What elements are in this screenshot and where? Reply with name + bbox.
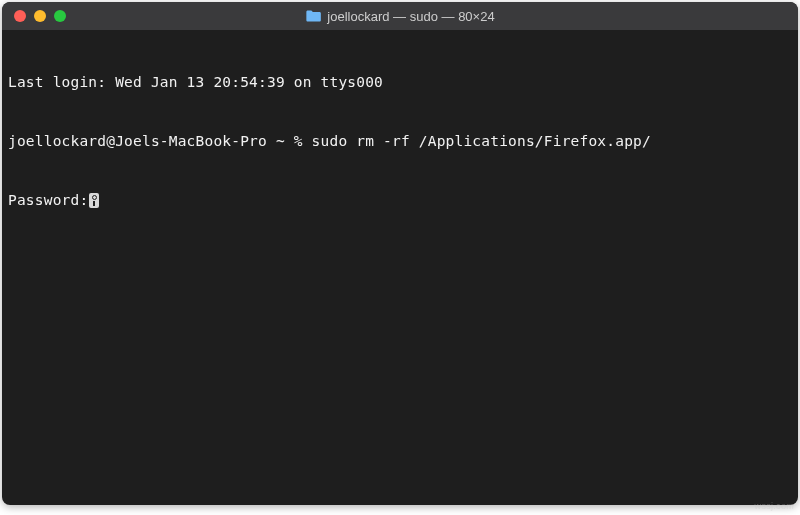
command-prompt-line: joellockard@Joels-MacBook-Pro ~ % sudo r…: [8, 132, 792, 152]
traffic-lights: [2, 10, 66, 22]
window-titlebar[interactable]: joellockard — sudo — 80×24: [2, 2, 798, 30]
maximize-button[interactable]: [54, 10, 66, 22]
folder-icon: [305, 10, 321, 22]
password-prompt-line: Password:: [8, 191, 792, 211]
terminal-content[interactable]: Last login: Wed Jan 13 20:54:39 on ttys0…: [2, 30, 798, 253]
key-icon: [89, 193, 99, 208]
minimize-button[interactable]: [34, 10, 46, 22]
password-label: Password:: [8, 192, 88, 208]
window-title: joellockard — sudo — 80×24: [305, 9, 494, 24]
close-button[interactable]: [14, 10, 26, 22]
watermark-text: wssj.com: [755, 501, 794, 511]
last-login-line: Last login: Wed Jan 13 20:54:39 on ttys0…: [8, 73, 792, 93]
window-title-text: joellockard — sudo — 80×24: [327, 9, 494, 24]
terminal-window: joellockard — sudo — 80×24 Last login: W…: [2, 2, 798, 505]
